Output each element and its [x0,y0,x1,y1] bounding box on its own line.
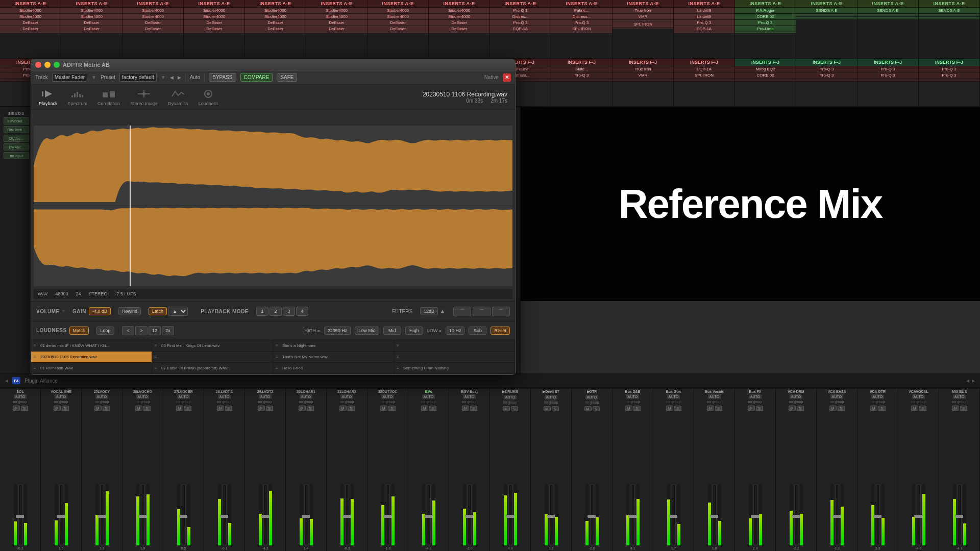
insert-slot-10-4[interactable]: SPL IRON [551,26,612,32]
mid-slot-11-4[interactable] [612,80,673,82]
track-dropdown[interactable]: Master Fader [52,73,87,82]
solo-btn-1[interactable]: S [21,406,28,411]
filter-up-arrow[interactable]: ▲ [439,308,446,315]
nav-correlation[interactable]: Correlation [97,88,120,106]
insert-slot-10-2[interactable]: Distress... [551,14,612,20]
mid-slot-11-1[interactable]: True Iron [612,66,673,72]
fader-track-13[interactable] [508,484,512,545]
solo-btn-21[interactable]: S [838,406,845,411]
plugin-close-button[interactable]: ✕ [503,73,511,82]
fader-track-22[interactable] [876,484,880,545]
mid-slot-15-2[interactable]: Pro-Q 3 [857,72,918,79]
insert-slot-9-2[interactable]: Distres... [490,14,551,20]
insert-slot-3-5[interactable] [122,32,183,34]
mid-slot-16-2[interactable]: Pro-Q 3 [919,72,979,79]
mid-slot-16-4[interactable] [919,80,979,82]
insert-slot-13-1[interactable]: P.A.Roger [735,8,796,14]
mid-slot-14-2[interactable]: Pro-Q 3 [796,72,857,79]
solo-btn-10[interactable]: S [388,406,396,411]
mixer-auto-3[interactable]: AUTO [95,394,108,399]
mixer-auto-19[interactable]: AUTO [749,394,762,399]
mute-btn-15[interactable]: M [584,406,592,411]
fader-track-2[interactable] [59,484,63,545]
insert-slot-1-4[interactable]: DeEsser [0,26,61,32]
insert-slot-1-5[interactable] [0,32,61,34]
mid-slot-14-4[interactable] [796,80,857,82]
zoom-window-btn[interactable] [54,62,60,68]
fader-track-16[interactable] [631,484,635,545]
track-btn-1[interactable]: 1 [256,307,268,316]
mixer-auto-18[interactable]: AUTO [708,394,721,399]
mixer-auto-22[interactable]: AUTO [871,394,884,399]
mixer-auto-20[interactable]: AUTO [790,394,802,399]
high-btn[interactable]: High [405,327,423,335]
latch-button[interactable]: Latch [149,307,167,315]
mute-btn-14[interactable]: M [544,406,551,411]
mute-btn-24[interactable]: M [952,406,959,411]
playhead[interactable] [130,126,131,286]
mute-btn-11[interactable]: M [421,406,428,411]
insert-slot-12-1[interactable]: Lindell9 [674,8,734,14]
mixer-auto-4[interactable]: AUTO [136,394,149,399]
mid-slot-11-2[interactable]: VMR [612,72,673,79]
playlist-item-01[interactable]: ≡ 01 demo mix IF I KNEW WHAT I KN... [31,340,152,352]
nav-loudness[interactable]: Loudness [199,88,218,106]
playlist-col4-item3[interactable]: ≡ Something From Nothing [394,363,514,374]
insert-slot-13-3[interactable]: Pro-Q 3 [735,20,796,26]
mixer-auto-8[interactable]: AUTO [300,394,312,399]
insert-slot-9-3[interactable]: Pro-Q 3 [490,20,551,26]
mute-btn-16[interactable]: M [625,406,632,411]
solo-btn-3[interactable]: S [103,406,110,411]
insert-slot-9-1[interactable]: Pro-Q 3 [490,8,551,14]
insert-slot-15-5[interactable] [857,18,918,20]
mixer-auto-12[interactable]: AUTO [463,394,476,399]
insert-slot-5-4[interactable]: DeEsser [245,26,306,32]
match-button[interactable]: Match [69,327,89,335]
mixer-auto-14[interactable]: AUTO [545,395,557,399]
insert-slot-6-5[interactable] [306,32,367,34]
mixer-auto-10[interactable]: AUTO [381,394,394,399]
send-item-4[interactable]: Dly Voc... [4,143,29,151]
insert-slot-5-3[interactable]: DeEsser [245,20,306,26]
reset-button[interactable]: Reset [491,327,510,335]
insert-slot-12-4[interactable]: EQP-1A [674,26,734,32]
close-window-btn[interactable] [35,62,41,68]
mute-btn-17[interactable]: M [666,406,673,411]
insert-slot-4-1[interactable]: Studier4000 [184,8,244,14]
fader-track-12[interactable] [468,484,472,545]
insert-slot-11-4[interactable]: SPL IRON [612,21,673,28]
solo-btn-16[interactable]: S [633,406,641,411]
insert-slot-8-5[interactable] [429,32,489,34]
track-btn-4[interactable]: 4 [296,307,308,316]
insert-slot-8-2[interactable]: Studier4000 [429,14,489,20]
mixer-auto-17[interactable]: AUTO [667,394,680,399]
insert-slot-5-1[interactable]: Studier4000 [245,8,306,14]
playlist-col4-item1[interactable]: ≡ [394,340,514,352]
minimize-window-btn[interactable] [44,62,51,68]
send-item-2[interactable]: Rev Verb... [4,126,29,133]
insert-slot-10-3[interactable]: Pro-Q 3 [551,20,612,26]
nav-dynamics[interactable]: Dynamics [168,88,188,106]
insert-slot-14-1[interactable]: SENDS A-E [796,8,857,14]
fader-track-15[interactable] [590,484,594,545]
compare-button[interactable]: COMPARE [240,73,273,82]
fader-track-17[interactable] [672,484,676,545]
insert-slot-7-4[interactable]: DeEsser [368,26,428,32]
insert-slot-2-5[interactable] [61,32,122,34]
mute-btn-5[interactable]: M [176,406,183,411]
insert-slot-14-5[interactable] [796,18,857,20]
playlist-item-02[interactable]: ≡ 20230510 1106 Recording.wav [31,352,152,363]
fader-track-11[interactable] [427,484,431,545]
mid-slot-14-1[interactable]: Pro-Q 3 [796,66,857,72]
preset-dropdown[interactable]: factory default [119,73,157,82]
mid-button[interactable]: Mid [383,327,401,335]
low-value[interactable]: 10 Hz [446,327,465,335]
mute-btn-6[interactable]: M [217,406,224,411]
fader-track-23[interactable] [917,484,921,545]
insert-slot-6-1[interactable]: Studier4000 [306,8,367,14]
insert-slot-6-2[interactable]: Studier4000 [306,14,367,20]
bypass-button[interactable]: BYPASS [209,73,236,82]
mute-btn-2[interactable]: M [54,406,61,411]
nav-2x[interactable]: 2x [162,326,174,335]
playlist-col3-item3[interactable]: ≡ Hello Good [273,363,394,374]
